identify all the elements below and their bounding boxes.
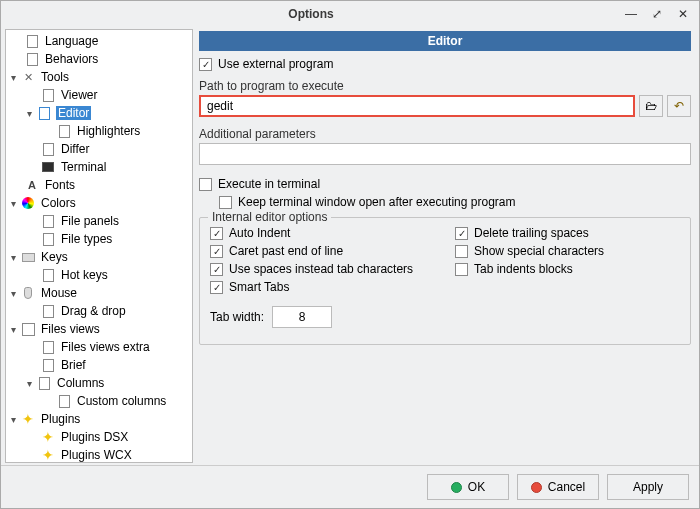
checkbox-icon [199,178,212,191]
tree-item-file-types[interactable]: File types [6,230,192,248]
group-legend: Internal editor options [208,210,331,224]
tree-item-brief[interactable]: Brief [6,356,192,374]
tree-item-tools[interactable]: ▾✕Tools [6,68,192,86]
checkbox-label: Show special characters [474,244,604,258]
panel-title: Editor [199,31,691,51]
terminal-icon [40,159,56,175]
tree-item-highlighters[interactable]: Highlighters [6,122,192,140]
collapse-icon[interactable]: ▾ [6,414,20,425]
maximize-icon[interactable]: ⤢ [649,6,665,22]
doc-icon [40,213,56,229]
checkbox-label: Use external program [218,57,333,71]
tab-width-label: Tab width: [210,310,264,324]
tree-item-terminal[interactable]: Terminal [6,158,192,176]
use-spaces-checkbox[interactable]: Use spaces instead tab characters [210,262,435,276]
checkbox-icon [219,196,232,209]
ok-button[interactable]: OK [427,474,509,500]
apply-button[interactable]: Apply [607,474,689,500]
path-input[interactable] [199,95,635,117]
checkbox-icon [210,263,223,276]
doc-icon [40,339,56,355]
checkbox-label: Auto Indent [229,226,290,240]
keep-terminal-open-checkbox[interactable]: Keep terminal window open after executin… [199,195,691,209]
smart-tabs-checkbox[interactable]: Smart Tabs [210,280,435,294]
collapse-icon[interactable]: ▾ [6,252,20,263]
tree-item-plugins[interactable]: ▾✦Plugins [6,410,192,428]
collapse-icon[interactable]: ▾ [22,378,36,389]
reset-button[interactable]: ↶ [667,95,691,117]
execute-in-terminal-checkbox[interactable]: Execute in terminal [199,177,691,191]
doc-icon [40,303,56,319]
internal-editor-options-group: Internal editor options Auto Indent Care… [199,217,691,345]
checkbox-label: Execute in terminal [218,177,320,191]
tree-item-files-views-extra[interactable]: Files views extra [6,338,192,356]
colors-icon [20,195,36,211]
doc-icon [56,123,72,139]
collapse-icon[interactable]: ▾ [6,198,20,209]
editor-panel: Editor Use external program Path to prog… [193,27,699,465]
tree-item-fonts[interactable]: AFonts [6,176,192,194]
caret-past-eol-checkbox[interactable]: Caret past end of line [210,244,435,258]
doc-icon [36,105,52,121]
cancel-button[interactable]: Cancel [517,474,599,500]
tree-item-columns[interactable]: ▾Columns [6,374,192,392]
tab-width-input[interactable] [272,306,332,328]
tree-item-editor[interactable]: ▾Editor [6,104,192,122]
mouse-icon [20,285,36,301]
collapse-icon[interactable]: ▾ [6,72,20,83]
doc-icon [40,267,56,283]
reset-icon: ↶ [674,99,684,113]
tree-item-colors[interactable]: ▾Colors [6,194,192,212]
tree-item-plugins-dsx[interactable]: ✦Plugins DSX [6,428,192,446]
tree-item-behaviors[interactable]: Behaviors [6,50,192,68]
tree-item-plugins-wcx[interactable]: ✦Plugins WCX [6,446,192,463]
checkbox-icon [210,227,223,240]
checkbox-icon [210,281,223,294]
doc-icon [24,51,40,67]
tree-item-hot-keys[interactable]: Hot keys [6,266,192,284]
checkbox-label: Tab indents blocks [474,262,573,276]
tree-item-mouse[interactable]: ▾Mouse [6,284,192,302]
panel-icon [20,321,36,337]
category-tree[interactable]: Language Behaviors ▾✕Tools Viewer ▾Edito… [5,29,193,463]
close-icon[interactable]: ✕ [675,6,691,22]
doc-icon [40,141,56,157]
show-special-chars-checkbox[interactable]: Show special characters [455,244,680,258]
doc-icon [40,231,56,247]
collapse-icon[interactable]: ▾ [22,108,36,119]
checkbox-label: Use spaces instead tab characters [229,262,413,276]
additional-params-input[interactable] [199,143,691,165]
doc-icon [24,33,40,49]
tree-item-files-views[interactable]: ▾Files views [6,320,192,338]
plugin-icon: ✦ [40,429,56,445]
tools-icon: ✕ [20,69,36,85]
path-label: Path to program to execute [199,79,691,93]
ok-icon [451,482,462,493]
checkbox-label: Caret past end of line [229,244,343,258]
checkbox-icon [455,227,468,240]
tree-item-keys[interactable]: ▾Keys [6,248,192,266]
collapse-icon[interactable]: ▾ [6,288,20,299]
folder-icon: 🗁 [645,99,657,113]
use-external-program-checkbox[interactable]: Use external program [199,57,691,71]
minimize-icon[interactable]: — [623,6,639,22]
tree-item-differ[interactable]: Differ [6,140,192,158]
tree-item-viewer[interactable]: Viewer [6,86,192,104]
checkbox-label: Keep terminal window open after executin… [238,195,516,209]
window-title: Options [9,7,613,21]
doc-icon [56,393,72,409]
font-icon: A [24,177,40,193]
browse-button[interactable]: 🗁 [639,95,663,117]
tree-item-file-panels[interactable]: File panels [6,212,192,230]
collapse-icon[interactable]: ▾ [6,324,20,335]
checkbox-icon [455,245,468,258]
auto-indent-checkbox[interactable]: Auto Indent [210,226,435,240]
delete-trailing-checkbox[interactable]: Delete trailing spaces [455,226,680,240]
plugin-icon: ✦ [20,411,36,427]
tree-item-language[interactable]: Language [6,32,192,50]
tab-indents-blocks-checkbox[interactable]: Tab indents blocks [455,262,680,276]
keyboard-icon [20,249,36,265]
tree-item-drag-drop[interactable]: Drag & drop [6,302,192,320]
tree-item-custom-columns[interactable]: Custom columns [6,392,192,410]
doc-icon [40,87,56,103]
